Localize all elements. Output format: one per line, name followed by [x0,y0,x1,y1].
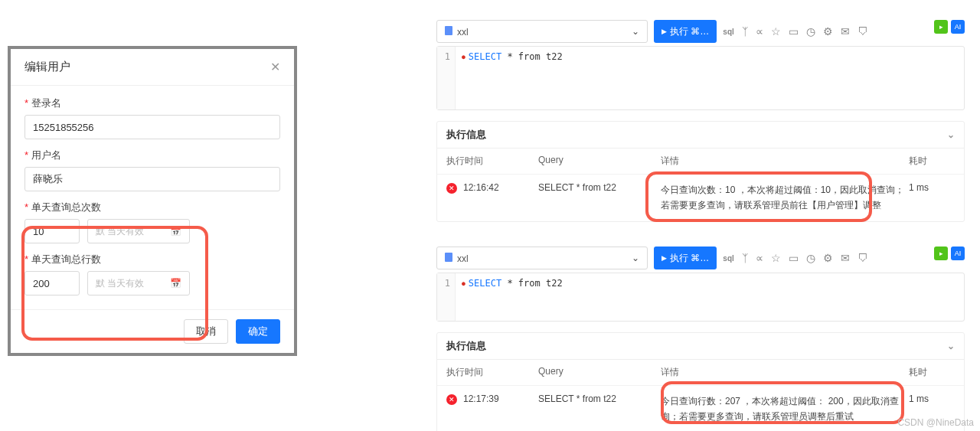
clock-icon[interactable]: ◷ [806,25,815,38]
sql-editor[interactable]: 1 SELECT * from t22 [436,273,965,322]
folder-icon[interactable]: ▭ [789,25,799,38]
right-badges: ▸ AI [934,20,965,34]
error-icon: ✕ [446,394,457,405]
tool-icons: sql ᛉ ∝ ☆ ▭ ◷ ⚙ ✉ ⛉ [723,252,867,264]
col-time: 执行时间 [446,366,538,379]
watermark: CSDN @NineData [897,417,974,428]
edit-user-dialog: 编辑用户 ✕ 登录名 用户名 单天查询总次数 默 当天有效 📅 单天查询总行数 [8,46,297,356]
sql-icon[interactable]: sql [723,254,733,263]
db-name: xxl [457,27,469,38]
database-icon [445,26,452,35]
col-time: 执行时间 [446,155,538,168]
sql-keyword: SELECT [469,278,501,289]
result-block: 执行信息 ⌄ 执行时间 Query 详情 耗时 ✕12:16:42 SELECT… [436,121,965,222]
gear-icon[interactable]: ⚙ [823,25,833,38]
cell-query: SELECT * from t22 [538,393,661,404]
result-columns: 执行时间 Query 详情 耗时 [437,149,964,175]
cell-time: ✕12:16:42 [446,182,538,194]
col-cost: 耗时 [909,155,955,168]
highlight-annotation [21,226,208,341]
breakpoint-icon [462,278,469,289]
star-icon[interactable]: ☆ [771,252,781,264]
folder-icon[interactable]: ▭ [789,252,799,264]
username-input[interactable] [24,167,280,191]
badge-green[interactable]: ▸ [934,20,948,34]
login-label: 登录名 [24,96,280,110]
highlight-annotation [661,381,904,424]
result-row: ✕12:16:42 SELECT * from t22 今日查询次数：10 ，本… [437,175,964,221]
sql-keyword: SELECT [469,51,501,62]
gutter: 1 [437,273,456,321]
error-icon: ✕ [446,183,457,194]
gutter: 1 [437,47,456,109]
result-header: 执行信息 ⌄ [437,333,964,360]
col-detail: 详情 [661,155,909,168]
close-icon[interactable]: ✕ [270,60,280,74]
share-icon[interactable]: ∝ [756,25,763,38]
result-block: 执行信息 ⌄ 执行时间 Query 详情 耗时 ✕12:17:39 SELECT… [436,332,965,431]
mail-icon[interactable]: ✉ [841,25,850,38]
shield-icon[interactable]: ⛉ [858,252,868,264]
highlight-annotation [645,171,872,222]
cell-cost: 1 ms [909,182,955,193]
result-title: 执行信息 [446,339,486,353]
db-selector[interactable]: xxl ⌄ [436,20,648,43]
dialog-body: 登录名 用户名 单天查询总次数 默 当天有效 📅 单天查询总行数 默 当天有效 [11,86,294,309]
login-input[interactable] [24,115,280,139]
result-row: ✕12:17:39 SELECT * from t22 今日查询行数：207 ，… [437,386,964,431]
dialog-title: 编辑用户 [24,60,70,74]
mail-icon[interactable]: ✉ [841,252,850,264]
confirm-button[interactable]: 确定 [236,319,280,344]
database-icon [445,253,452,262]
code[interactable]: SELECT * from t22 [456,273,569,321]
collapse-icon[interactable]: ⌄ [947,341,955,351]
star-icon[interactable]: ☆ [771,25,781,38]
sql-rest: * from t22 [501,278,562,289]
cell-time: ✕12:17:39 [446,393,538,405]
result-header: 执行信息 ⌄ [437,122,964,149]
badge-green[interactable]: ▸ [934,247,948,260]
sql-panel-2: xxl ⌄ 执行 ⌘… sql ᛉ ∝ ☆ ▭ ◷ ⚙ ✉ ⛉ ▸ AI 1 S… [436,247,965,431]
share-icon[interactable]: ∝ [756,252,763,264]
breakpoint-icon [462,51,469,62]
sql-icon[interactable]: sql [723,28,733,36]
col-detail: 详情 [661,366,909,379]
chevron-down-icon: ⌄ [632,253,639,263]
cell-query: SELECT * from t22 [538,182,661,193]
collapse-icon[interactable]: ⌄ [947,129,955,140]
cell-cost: 1 ms [909,393,955,404]
badge-blue[interactable]: AI [951,20,965,34]
execute-button[interactable]: 执行 ⌘… [654,20,717,43]
toolbar: xxl ⌄ 执行 ⌘… sql ᛉ ∝ ☆ ▭ ◷ ⚙ ✉ ⛉ ▸ AI [436,20,965,43]
right-badges: ▸ AI [934,247,965,260]
sql-panel-1: xxl ⌄ 执行 ⌘… sql ᛉ ∝ ☆ ▭ ◷ ⚙ ✉ ⛉ ▸ AI 1 S… [436,20,965,222]
sql-rest: * from t22 [501,51,562,62]
filter-icon[interactable]: ᛉ [742,252,748,264]
gear-icon[interactable]: ⚙ [823,252,833,264]
badge-blue[interactable]: AI [951,247,965,260]
col-query: Query [538,155,661,168]
sql-editor[interactable]: 1 SELECT * from t22 [436,46,965,110]
daily-count-label: 单天查询总次数 [24,201,280,214]
db-name: xxl [457,253,469,264]
username-label: 用户名 [24,149,280,162]
chevron-down-icon: ⌄ [632,26,639,37]
clock-icon[interactable]: ◷ [806,252,815,264]
tool-icons: sql ᛉ ∝ ☆ ▭ ◷ ⚙ ✉ ⛉ [723,25,867,38]
filter-icon[interactable]: ᛉ [742,25,748,38]
db-selector[interactable]: xxl ⌄ [436,247,648,269]
toolbar: xxl ⌄ 执行 ⌘… sql ᛉ ∝ ☆ ▭ ◷ ⚙ ✉ ⛉ ▸ AI [436,247,965,269]
col-cost: 耗时 [909,366,955,379]
result-title: 执行信息 [446,128,486,142]
shield-icon[interactable]: ⛉ [858,25,868,38]
execute-button[interactable]: 执行 ⌘… [654,247,717,269]
dialog-header: 编辑用户 ✕ [11,49,294,86]
col-query: Query [538,366,661,379]
code[interactable]: SELECT * from t22 [456,47,569,109]
